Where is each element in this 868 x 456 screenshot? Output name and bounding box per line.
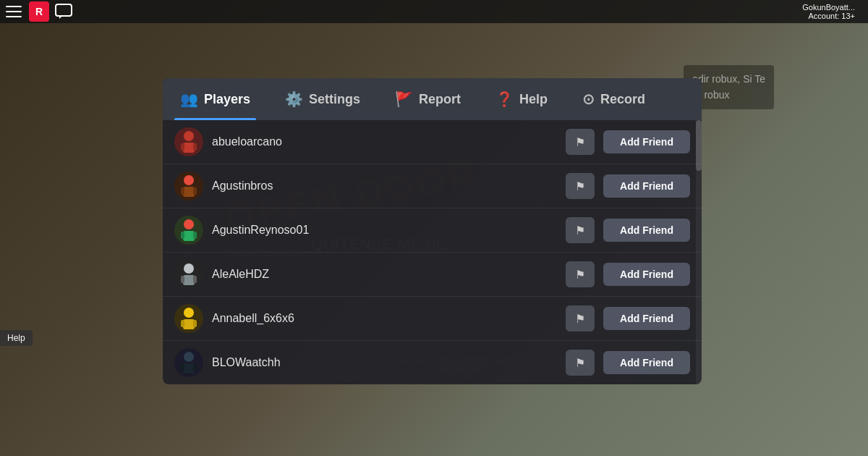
player-avatar-figure (176, 305, 202, 332)
scroll-thumb[interactable] (696, 120, 702, 171)
settings-tab-icon: ⚙️ (285, 90, 303, 108)
help-button[interactable]: Help (0, 330, 33, 346)
scroll-track[interactable] (696, 120, 702, 384)
player-name: Annabell_6x6x6 (212, 312, 557, 325)
svg-rect-2 (183, 143, 195, 153)
roblox-logo: R (29, 1, 49, 22)
avatar (174, 260, 203, 289)
svg-rect-11 (181, 232, 184, 239)
table-row: Annabell_6x6x6 ⚑ Add Friend (163, 297, 702, 341)
avatar (174, 216, 203, 245)
flag-button[interactable]: ⚑ (566, 173, 595, 199)
avatar (174, 127, 203, 156)
player-avatar-figure (176, 173, 202, 199)
player-avatar-figure (176, 217, 202, 243)
avatar (174, 348, 203, 377)
svg-rect-22 (183, 363, 195, 373)
svg-rect-3 (181, 143, 184, 151)
svg-rect-18 (183, 319, 195, 329)
svg-rect-19 (181, 320, 184, 327)
player-list: abueloarcano ⚑ Add Friend Agustinbros ⚑ … (163, 120, 702, 384)
tab-help[interactable]: ❓ Help (478, 78, 565, 120)
svg-point-1 (184, 131, 194, 141)
svg-rect-20 (193, 320, 197, 327)
player-avatar-figure (176, 350, 202, 376)
svg-rect-8 (193, 187, 197, 195)
tab-report[interactable]: 🚩 Report (378, 78, 478, 120)
help-tab-label: Help (519, 92, 548, 107)
svg-rect-15 (181, 276, 184, 283)
record-tab-label: Record (600, 92, 645, 107)
help-tab-icon: ❓ (495, 90, 514, 108)
svg-rect-24 (193, 364, 197, 371)
svg-rect-12 (193, 232, 197, 239)
settings-tab-label: Settings (309, 92, 360, 107)
menu-panel: 👥 Players ⚙️ Settings 🚩 Report ❓ Help ⊙ … (163, 78, 702, 384)
username-display: GokunBoyatt... Account: 13+ (802, 3, 855, 20)
player-name: AgustinReynoso01 (212, 224, 557, 237)
add-friend-button[interactable]: Add Friend (603, 174, 690, 198)
table-row: abueloarcano ⚑ Add Friend (163, 120, 702, 164)
avatar (174, 304, 203, 333)
add-friend-button[interactable]: Add Friend (603, 307, 690, 330)
svg-rect-14 (183, 275, 195, 285)
add-friend-button[interactable]: Add Friend (603, 130, 690, 153)
hamburger-menu-icon[interactable] (6, 6, 22, 17)
tab-record[interactable]: ⊙ Record (565, 78, 663, 120)
report-tab-label: Report (419, 92, 461, 107)
flag-button[interactable]: ⚑ (566, 217, 595, 243)
player-name: BLOWaatchh (212, 356, 557, 369)
record-tab-icon: ⊙ (582, 90, 595, 108)
flag-button[interactable]: ⚑ (566, 129, 595, 155)
tab-settings[interactable]: ⚙️ Settings (268, 78, 378, 120)
player-avatar-figure (176, 129, 202, 155)
svg-rect-7 (181, 187, 184, 195)
avatar (174, 172, 203, 200)
player-name: AleAleHDZ (212, 268, 557, 281)
table-row: Agustinbros ⚑ Add Friend (163, 164, 702, 208)
player-name: abueloarcano (212, 135, 557, 148)
player-avatar-figure (176, 261, 202, 287)
svg-rect-16 (193, 276, 197, 283)
table-row: AleAleHDZ ⚑ Add Friend (163, 253, 702, 297)
chat-icon[interactable] (55, 4, 72, 20)
add-friend-button[interactable]: Add Friend (603, 263, 690, 286)
report-tab-icon: 🚩 (395, 90, 413, 108)
players-tab-icon: 👥 (180, 90, 198, 108)
players-tab-label: Players (204, 92, 250, 107)
svg-rect-4 (193, 143, 197, 151)
table-row: AgustinReynoso01 ⚑ Add Friend (163, 208, 702, 253)
svg-point-9 (184, 219, 194, 229)
table-row: BLOWaatchh ⚑ Add Friend (163, 341, 702, 384)
add-friend-button[interactable]: Add Friend (603, 351, 690, 374)
tab-players[interactable]: 👥 Players (163, 78, 268, 120)
player-name: Agustinbros (212, 180, 557, 193)
svg-rect-23 (181, 364, 184, 371)
top-bar: R GokunBoyatt... Account: 13+ (0, 0, 868, 23)
svg-point-13 (184, 263, 194, 274)
svg-point-17 (184, 308, 194, 318)
flag-button[interactable]: ⚑ (566, 261, 595, 287)
svg-point-5 (184, 175, 194, 185)
flag-button[interactable]: ⚑ (566, 305, 595, 332)
svg-rect-10 (183, 231, 195, 241)
svg-point-21 (184, 352, 194, 362)
svg-rect-0 (56, 4, 72, 16)
svg-rect-6 (183, 187, 195, 197)
flag-button[interactable]: ⚑ (566, 350, 595, 376)
add-friend-button[interactable]: Add Friend (603, 219, 690, 242)
tab-bar: 👥 Players ⚙️ Settings 🚩 Report ❓ Help ⊙ … (163, 78, 702, 120)
